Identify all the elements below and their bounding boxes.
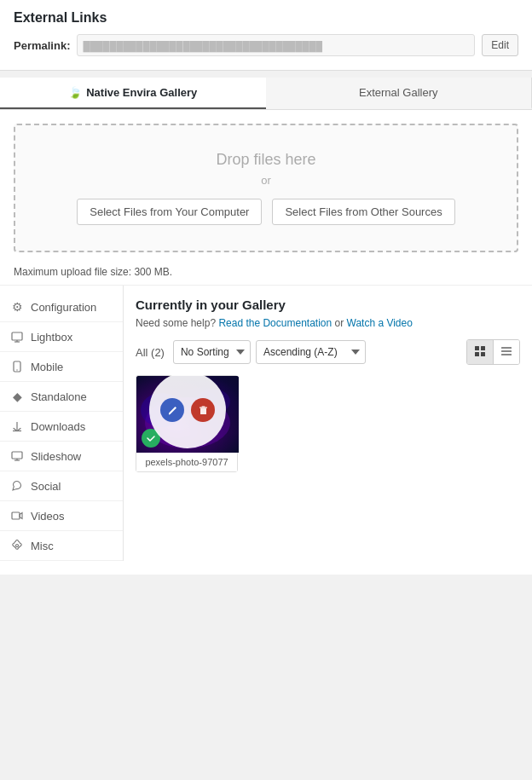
tab-external-gallery[interactable]: External Gallery — [266, 78, 533, 109]
sidebar-item-social[interactable]: Social — [0, 471, 123, 501]
svg-rect-27 — [201, 406, 205, 407]
permalink-row: Permalink: █████████████████████████████… — [14, 34, 518, 56]
sidebar-item-misc[interactable]: Misc — [0, 531, 123, 561]
svg-rect-7 — [12, 452, 22, 459]
sidebar-item-lightbox[interactable]: Lightbox — [0, 322, 123, 352]
gallery-grid: pexels-photo-97077 — [136, 375, 520, 472]
svg-rect-16 — [501, 347, 512, 349]
lightbox-icon — [10, 330, 24, 344]
list-view-icon — [500, 345, 512, 357]
upload-note: Maximum upload file size: 300 MB. — [14, 266, 518, 278]
trash-icon — [198, 405, 209, 416]
upload-buttons: Select Files from Your Computer Select F… — [32, 199, 500, 225]
social-icon — [10, 479, 24, 493]
videos-icon — [10, 509, 24, 523]
tab-native-label: Native Envira Gallery — [86, 86, 197, 99]
sidebar-item-configuration[interactable]: ⚙ Configuration — [0, 292, 123, 322]
sidebar-label-mobile: Mobile — [31, 361, 63, 373]
svg-rect-12 — [475, 346, 479, 350]
order-select[interactable]: Ascending (A-Z) Descending (Z-A) — [256, 340, 366, 364]
sidebar-item-videos[interactable]: Videos — [0, 501, 123, 531]
sort-select[interactable]: No Sorting Title Date Random — [173, 340, 251, 364]
gallery-item-label: pexels-photo-97077 — [136, 453, 237, 471]
mobile-icon — [10, 360, 24, 373]
help-link-docs[interactable]: Read the Documentation — [218, 317, 332, 329]
slideshow-icon — [10, 449, 24, 463]
drop-text: Drop files here — [32, 151, 500, 169]
svg-rect-0 — [12, 332, 22, 340]
view-list-button[interactable] — [494, 340, 519, 364]
upload-area: Drop files here or Select Files from You… — [14, 124, 518, 252]
svg-rect-17 — [501, 350, 512, 352]
sidebar-label-downloads: Downloads — [31, 420, 85, 433]
edit-image-button[interactable] — [160, 398, 184, 422]
svg-point-11 — [16, 545, 19, 547]
downloads-icon — [10, 419, 24, 433]
select-files-computer-button[interactable]: Select Files from Your Computer — [77, 199, 262, 225]
gallery-title: Currently in your Gallery — [136, 298, 520, 312]
help-link-video[interactable]: Watch a Video — [347, 317, 413, 329]
gallery-item: pexels-photo-97077 — [136, 375, 238, 472]
sidebar-item-mobile[interactable]: Mobile — [0, 352, 123, 382]
gallery-item-overlay — [149, 372, 226, 448]
sidebar-item-downloads[interactable]: Downloads — [0, 412, 123, 442]
count-badge: All (2) — [136, 346, 165, 359]
svg-rect-15 — [481, 352, 485, 356]
tabs-row: 🍃 Native Envira Gallery External Gallery — [0, 78, 532, 110]
misc-icon — [10, 539, 24, 552]
svg-rect-14 — [475, 352, 479, 356]
leaf-icon: 🍃 — [68, 86, 82, 99]
or-text: or — [32, 174, 500, 187]
tab-external-label: External Gallery — [359, 86, 437, 99]
external-links-section: External Links Permalink: ██████████████… — [0, 0, 532, 71]
sidebar-item-standalone[interactable]: ◆ Standalone — [0, 382, 123, 412]
sidebar-label-social: Social — [31, 480, 61, 493]
sidebar-label-slideshow: Slideshow — [31, 450, 81, 463]
permalink-value: ████████████████████████████████████ — [77, 34, 475, 56]
sidebar-label-lightbox: Lightbox — [31, 331, 72, 344]
svg-point-4 — [16, 369, 17, 370]
gallery-panel: 🍃 Native Envira Gallery External Gallery… — [0, 78, 532, 575]
configuration-icon: ⚙ — [10, 300, 24, 314]
delete-image-button[interactable] — [191, 398, 215, 422]
svg-rect-10 — [12, 512, 20, 519]
check-icon — [146, 433, 156, 443]
select-files-other-button[interactable]: Select Files from Other Sources — [272, 199, 454, 225]
svg-rect-25 — [200, 408, 206, 414]
gallery-management: ⚙ Configuration Lightbox — [0, 285, 532, 561]
help-text: Need some help? Read the Documentation o… — [136, 317, 520, 329]
pencil-icon — [167, 405, 178, 416]
sidebar-label-standalone: Standalone — [31, 390, 87, 403]
section-title: External Links — [14, 10, 518, 26]
help-or: or — [335, 317, 344, 329]
sidebar-label-videos: Videos — [31, 510, 65, 523]
tab-native-gallery[interactable]: 🍃 Native Envira Gallery — [0, 78, 266, 109]
sidebar-label-misc: Misc — [31, 540, 54, 552]
help-prefix: Need some help? — [136, 317, 216, 329]
svg-rect-18 — [501, 354, 512, 355]
svg-rect-13 — [481, 346, 485, 350]
sidebar: ⚙ Configuration Lightbox — [0, 286, 124, 561]
edit-permalink-button[interactable]: Edit — [482, 34, 518, 56]
sidebar-label-configuration: Configuration — [31, 301, 96, 314]
standalone-icon: ◆ — [10, 390, 24, 403]
permalink-label: Permalink: — [14, 39, 70, 52]
sidebar-item-slideshow[interactable]: Slideshow — [0, 442, 123, 471]
view-grid-button[interactable] — [467, 340, 494, 364]
view-toggle — [466, 339, 520, 365]
main-content: Currently in your Gallery Need some help… — [124, 286, 532, 561]
gallery-toolbar: All (2) No Sorting Title Date Random Asc… — [136, 339, 520, 365]
grid-view-icon — [474, 345, 486, 357]
